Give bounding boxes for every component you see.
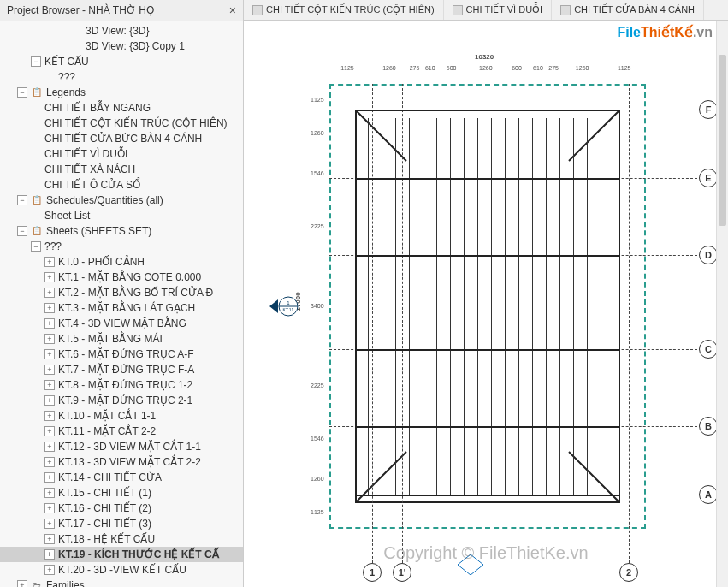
- tree-item[interactable]: +KT.16 - CHI TIẾT (2): [0, 501, 243, 516]
- tree-item[interactable]: +KT.7 - MẶT ĐỨNG TRỤC F-A: [0, 362, 243, 377]
- vertical-scrollbar[interactable]: [716, 21, 728, 587]
- expand-icon[interactable]: +: [44, 565, 55, 575]
- dim-top: 600: [512, 65, 522, 71]
- collapse-icon[interactable]: −: [17, 226, 27, 236]
- tree-item-label: Sheets (SHEETS SET): [46, 223, 151, 239]
- tree-item[interactable]: −📋Schedules/Quantities (all): [0, 193, 243, 208]
- view-tab[interactable]: CHI TIẾT CỬA BÀN 4 CÁNH: [552, 0, 704, 20]
- expand-icon[interactable]: +: [44, 380, 55, 390]
- tree-item[interactable]: +KT.17 - CHI TIẾT (3): [0, 516, 243, 531]
- grid-bubble-row[interactable]: E: [699, 169, 718, 187]
- tree-item[interactable]: +KT.3 - MẶT BẰNG LÁT GẠCH: [0, 300, 243, 316]
- grid-bubble-col[interactable]: 1': [393, 563, 411, 582]
- rafter: [395, 118, 396, 495]
- grid-bubble-row[interactable]: B: [699, 417, 718, 436]
- grid-line-v: [402, 84, 403, 563]
- drawing-viewport[interactable]: FileThiếtKế.vn FEDCBA11'2112512602756106…: [244, 21, 728, 587]
- tree-item[interactable]: +KT.5 - MẶT BẰNG MÁI: [0, 331, 243, 347]
- tree-item[interactable]: +KT.4 - 3D VIEW MẶT BẰNG: [0, 316, 243, 331]
- expand-icon[interactable]: +: [44, 411, 55, 421]
- expand-icon[interactable]: +: [44, 334, 55, 344]
- expand-icon[interactable]: +: [44, 442, 55, 452]
- tree-item[interactable]: +KT.12 - 3D VIEW MẶT CẮT 1-1: [0, 439, 243, 454]
- rafter: [546, 118, 547, 495]
- tree-item-label: KT.13 - 3D VIEW MẶT CẮT 2-2: [58, 454, 201, 470]
- spacer: [44, 72, 55, 82]
- collapse-icon[interactable]: −: [31, 241, 41, 252]
- tree-item[interactable]: +KT.14 - CHI TIẾT CỬA: [0, 470, 243, 485]
- tree-item[interactable]: CHI TIẾT CỘT KIẾN TRÚC (CỘT HIÊN): [0, 116, 243, 131]
- tree-item[interactable]: +KT.13 - 3D VIEW MẶT CẮT 2-2: [0, 454, 243, 470]
- expand-icon[interactable]: +: [44, 488, 55, 498]
- expand-icon[interactable]: +: [17, 580, 27, 587]
- scrollbar-thumb[interactable]: [719, 55, 726, 226]
- tree-item[interactable]: CHI TIẾT CỬA BỨC BÀN 4 CÁNH: [0, 131, 243, 146]
- structural-plan-drawing: FEDCBA11'2112512602756106001260600610275…: [269, 50, 719, 570]
- tree-item[interactable]: +KT.6 - MẶT ĐỨNG TRỤC A-F: [0, 347, 243, 362]
- expand-icon[interactable]: +: [44, 534, 55, 544]
- grid-bubble-row[interactable]: D: [699, 246, 718, 264]
- tree-item[interactable]: −📋Sheets (SHEETS SET): [0, 223, 243, 239]
- tree-item[interactable]: +KT.0 - PHỐI CẢNH: [0, 254, 243, 270]
- rafter: [491, 118, 492, 495]
- tree-item[interactable]: +KT.1 - MẶT BẰNG COTE 0.000: [0, 270, 243, 285]
- tree-item[interactable]: Sheet List: [0, 208, 243, 223]
- expand-icon[interactable]: +: [44, 257, 55, 267]
- tree-item[interactable]: +KT.19 - KÍCH THƯỚC HỆ KẾT CẤ: [0, 547, 243, 562]
- view-tabs: CHI TIẾT CỘT KIẾN TRÚC (CỘT HIÊN)CHI TIẾ…: [244, 0, 728, 21]
- expand-icon[interactable]: +: [44, 303, 55, 313]
- tree-item[interactable]: ???: [0, 69, 243, 85]
- view-tab[interactable]: CHI TIẾT CỘT KIẾN TRÚC (CỘT HIÊN): [244, 0, 444, 20]
- expand-icon[interactable]: +: [44, 349, 55, 359]
- tree-item[interactable]: +KT.20 - 3D -VIEW KẾT CẤU: [0, 562, 243, 578]
- grid-bubble-row[interactable]: A: [699, 485, 718, 504]
- rafter: [601, 118, 601, 495]
- grid-bubble-row[interactable]: C: [699, 340, 718, 359]
- expand-icon[interactable]: +: [44, 519, 55, 529]
- collapse-icon[interactable]: −: [17, 195, 27, 205]
- grid-bubble-row[interactable]: F: [699, 100, 718, 119]
- expand-icon[interactable]: +: [44, 365, 55, 375]
- expand-icon[interactable]: +: [44, 457, 55, 467]
- view-tab[interactable]: CHI TIẾT VÌ DUỖI: [444, 0, 553, 20]
- expand-icon[interactable]: +: [44, 288, 55, 298]
- close-icon[interactable]: ×: [229, 3, 236, 17]
- tree-item[interactable]: +KT.15 - CHI TIẾT (1): [0, 485, 243, 501]
- svg-marker-9: [458, 554, 483, 575]
- tree-item[interactable]: 3D View: {3D}: [0, 23, 243, 39]
- collapse-icon[interactable]: −: [17, 87, 27, 98]
- section-callout-bottom[interactable]: [458, 554, 483, 578]
- tree-item[interactable]: CHI TIẾT Ô CỬA SỔ: [0, 177, 243, 193]
- expand-icon[interactable]: +: [44, 318, 55, 329]
- tab-label: CHI TIẾT CỘT KIẾN TRÚC (CỘT HIÊN): [266, 4, 435, 15]
- expand-icon[interactable]: +: [44, 503, 55, 513]
- tree-item[interactable]: +🗁Families: [0, 578, 243, 587]
- project-tree[interactable]: 3D View: {3D}3D View: {3D} Copy 1−KẾT CẤ…: [0, 21, 243, 587]
- expand-icon[interactable]: +: [44, 472, 55, 483]
- tree-item[interactable]: CHI TIẾT BẪY NGANG: [0, 100, 243, 116]
- project-browser-panel: Project Browser - NHÀ THỜ HỌ × 3D View: …: [0, 0, 244, 587]
- tree-item[interactable]: +KT.9 - MẶT ĐỨNG TRỤC 2-1: [0, 393, 243, 408]
- tree-item[interactable]: +KT.11 - MẶT CẮT 2-2: [0, 424, 243, 439]
- tree-item[interactable]: +KT.2 - MẶT BẰNG BỐ TRÍ CỬA Đ: [0, 285, 243, 300]
- collapse-icon[interactable]: −: [31, 56, 41, 67]
- tree-item[interactable]: −📋Legends: [0, 85, 243, 100]
- tree-item-label: Schedules/Quantities (all): [46, 193, 163, 208]
- sheet-icon: [453, 5, 463, 15]
- expand-icon[interactable]: +: [44, 549, 55, 560]
- tree-item[interactable]: CHI TIẾT XÀ NÁCH: [0, 162, 243, 177]
- tree-item[interactable]: −???: [0, 239, 243, 254]
- expand-icon[interactable]: +: [44, 272, 55, 282]
- tree-item[interactable]: +KT.10 - MẶT CẮT 1-1: [0, 408, 243, 424]
- expand-icon[interactable]: +: [44, 395, 55, 406]
- tree-item[interactable]: 3D View: {3D} Copy 1: [0, 39, 243, 54]
- tree-item[interactable]: −KẾT CẤU: [0, 54, 243, 69]
- grid-bubble-col[interactable]: 2: [619, 563, 638, 582]
- tree-item[interactable]: +KT.8 - MẶT ĐỨNG TRỤC 1-2: [0, 377, 243, 393]
- tree-item[interactable]: +KT.18 - HỆ KẾT CẤU: [0, 531, 243, 547]
- grid-bubble-col[interactable]: 1: [363, 563, 382, 582]
- svg-line-1: [569, 110, 620, 161]
- tree-item[interactable]: CHI TIẾT VÌ DUỖI: [0, 146, 243, 162]
- section-callout[interactable]: 1KT.11: [269, 294, 299, 321]
- expand-icon[interactable]: +: [44, 426, 55, 436]
